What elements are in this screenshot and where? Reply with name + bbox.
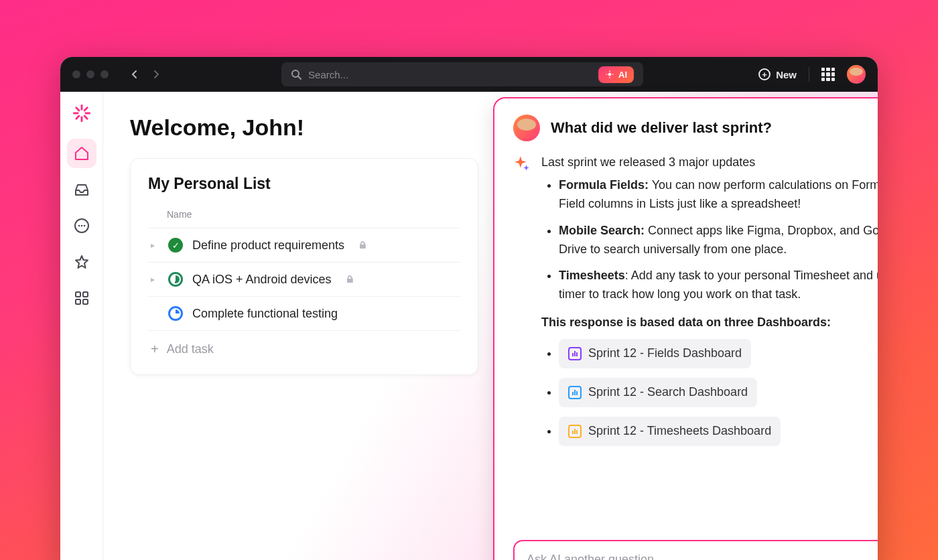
rail-more-button[interactable] bbox=[67, 211, 96, 240]
svg-rect-28 bbox=[576, 391, 578, 395]
dashboard-icon bbox=[568, 425, 582, 438]
plus-icon: + bbox=[151, 342, 159, 357]
search-icon bbox=[291, 69, 302, 80]
list-title: My Personal List bbox=[148, 175, 460, 193]
task-title: Complete functional testing bbox=[192, 307, 338, 321]
svg-line-1 bbox=[298, 76, 301, 79]
apps-grid-button[interactable] bbox=[821, 68, 835, 81]
nav-forward-button[interactable] bbox=[147, 65, 166, 84]
column-header-name: Name bbox=[148, 205, 460, 228]
nav-back-button[interactable] bbox=[125, 65, 143, 84]
home-icon bbox=[74, 145, 90, 161]
ai-input-bar bbox=[513, 540, 878, 560]
chevron-right-icon: ▸ bbox=[151, 275, 159, 284]
svg-rect-19 bbox=[76, 292, 80, 297]
add-task-button[interactable]: + Add task bbox=[148, 330, 460, 368]
inbox-icon bbox=[74, 182, 90, 198]
ai-response: Last sprint we released 3 major updates … bbox=[541, 153, 878, 531]
rail-home-button[interactable] bbox=[67, 139, 96, 168]
svg-rect-29 bbox=[572, 431, 574, 434]
status-progress-icon bbox=[168, 272, 183, 287]
svg-line-13 bbox=[76, 116, 78, 119]
grid-icon bbox=[74, 291, 89, 305]
ai-source-item: Sprint 12 - Search Dashboard bbox=[559, 378, 878, 407]
svg-line-12 bbox=[84, 116, 87, 119]
svg-rect-26 bbox=[572, 392, 574, 395]
ai-badge[interactable]: AI bbox=[598, 66, 634, 83]
dashboard-chip[interactable]: Sprint 12 - Timesheets Dashboard bbox=[559, 417, 781, 446]
window-controls[interactable] bbox=[72, 70, 109, 78]
dashboard-chip[interactable]: Sprint 12 - Search Dashboard bbox=[559, 378, 757, 407]
lock-icon: 🔒︎ bbox=[345, 274, 354, 285]
ellipsis-icon bbox=[74, 218, 90, 234]
svg-rect-30 bbox=[574, 429, 576, 434]
main-area: Welcome, John! My Personal List Name ▸✓D… bbox=[103, 92, 878, 560]
ai-source-item: Sprint 12 - Fields Dashboard bbox=[559, 339, 878, 368]
svg-line-14 bbox=[84, 108, 87, 111]
ai-bullet: Mobile Search: Connect apps like Figma, … bbox=[559, 222, 878, 259]
ai-bullet: Formula Fields: You can now perform calc… bbox=[559, 176, 878, 214]
ai-badge-label: AI bbox=[618, 70, 627, 80]
user-avatar[interactable] bbox=[847, 65, 866, 84]
status-open-icon bbox=[168, 306, 183, 321]
titlebar: AI + New bbox=[60, 57, 878, 92]
plus-icon: + bbox=[758, 68, 770, 80]
ai-input[interactable] bbox=[527, 553, 872, 561]
svg-rect-22 bbox=[83, 299, 88, 304]
svg-point-16 bbox=[78, 225, 80, 227]
app-window: AI + New bbox=[60, 57, 878, 560]
svg-rect-25 bbox=[576, 352, 578, 356]
user-avatar bbox=[513, 115, 540, 141]
svg-rect-20 bbox=[83, 292, 88, 297]
new-button-label: New bbox=[776, 69, 797, 80]
search-input[interactable] bbox=[308, 69, 596, 80]
svg-point-17 bbox=[80, 225, 82, 227]
svg-rect-27 bbox=[574, 390, 576, 395]
task-row[interactable]: Complete functional testing bbox=[148, 296, 460, 330]
status-done-icon: ✓ bbox=[168, 238, 183, 253]
add-task-label: Add task bbox=[167, 342, 214, 356]
svg-rect-31 bbox=[576, 430, 578, 434]
svg-rect-24 bbox=[574, 351, 576, 356]
ai-panel: What did we deliver last sprint? Last sp… bbox=[493, 97, 878, 560]
lock-icon: 🔒︎ bbox=[358, 240, 367, 251]
app-logo-icon bbox=[72, 104, 91, 123]
svg-point-2 bbox=[608, 73, 612, 76]
new-button[interactable]: + New bbox=[758, 68, 797, 80]
search-bar[interactable]: AI bbox=[281, 62, 643, 86]
ai-lead: Last sprint we released 3 major updates bbox=[541, 153, 878, 172]
ai-sources-header: This response is based data on three Das… bbox=[541, 313, 878, 332]
ai-source-item: Sprint 12 - Timesheets Dashboard bbox=[559, 417, 878, 446]
svg-point-18 bbox=[83, 225, 85, 227]
dashboard-icon bbox=[568, 347, 582, 360]
svg-rect-21 bbox=[76, 299, 80, 304]
sparkle-icon bbox=[513, 155, 531, 172]
task-title: QA iOS + Android devices bbox=[192, 273, 332, 287]
svg-line-11 bbox=[76, 108, 78, 111]
svg-rect-23 bbox=[572, 353, 574, 356]
dashboard-icon bbox=[568, 386, 582, 399]
chevron-right-icon: ▸ bbox=[151, 240, 159, 250]
rail-favorites-button[interactable] bbox=[67, 247, 96, 277]
task-title: Define product requirements bbox=[192, 238, 344, 253]
dashboard-chip[interactable]: Sprint 12 - Fields Dashboard bbox=[559, 339, 751, 368]
ai-bullet: Timesheets: Add any task to your persona… bbox=[559, 267, 878, 304]
ai-question: What did we deliver last sprint? bbox=[551, 119, 772, 137]
personal-list-card: My Personal List Name ▸✓Define product r… bbox=[130, 158, 478, 375]
divider bbox=[809, 67, 809, 82]
side-rail bbox=[60, 92, 103, 560]
rail-apps-button[interactable] bbox=[67, 283, 96, 313]
star-icon bbox=[74, 254, 90, 270]
task-row[interactable]: ▸QA iOS + Android devices🔒︎ bbox=[148, 262, 460, 296]
rail-inbox-button[interactable] bbox=[67, 175, 96, 204]
task-row[interactable]: ▸✓Define product requirements🔒︎ bbox=[148, 228, 460, 262]
